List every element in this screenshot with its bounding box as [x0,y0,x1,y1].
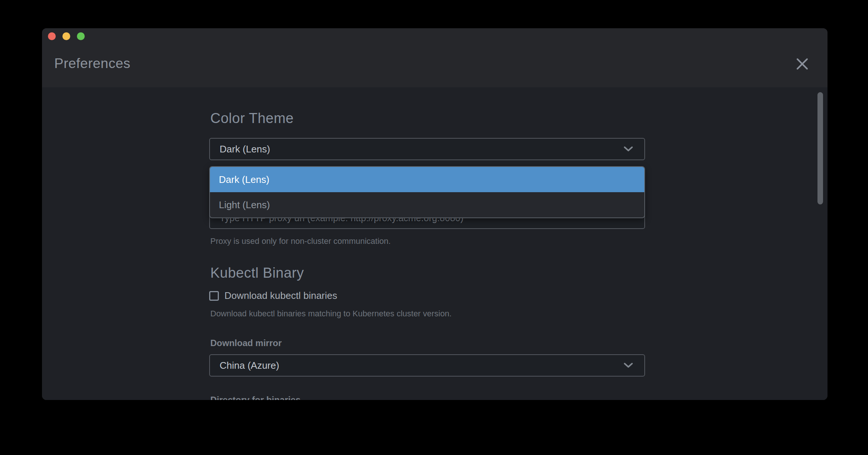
close-icon [796,57,809,71]
color-theme-select[interactable]: Dark (Lens) [209,138,645,160]
color-theme-select-value: Dark (Lens) [220,143,624,155]
theme-option-light[interactable]: Light (Lens) [210,192,644,217]
zoom-traffic-light[interactable] [77,32,85,40]
theme-option-dark[interactable]: Dark (Lens) [210,167,644,192]
chevron-down-icon [624,146,633,152]
proxy-caption: Proxy is used only for non-cluster commu… [210,236,391,246]
download-mirror-label: Download mirror [210,338,282,348]
color-theme-heading: Color Theme [210,110,294,126]
close-button[interactable] [795,57,810,71]
titlebar: Preferences [42,28,827,87]
kubectl-caption: Download kubectl binaries matching to Ku… [210,309,451,319]
download-kubectl-checkbox-row[interactable]: Download kubectl binaries [209,290,337,301]
kubectl-binary-heading: Kubectl Binary [210,265,304,281]
download-mirror-select[interactable]: China (Azure) [209,354,645,377]
download-kubectl-checkbox-label[interactable]: Download kubectl binaries [224,290,337,301]
preferences-content: Color Theme Dark (Lens) Dark (Lens) Ligh… [42,87,827,400]
directory-for-binaries-label: Directory for binaries [210,395,301,400]
chevron-down-icon [624,362,633,368]
close-traffic-light[interactable] [48,32,56,40]
page-title: Preferences [54,56,130,71]
preferences-window: Preferences Color Theme Dark (Lens) Dark… [42,28,827,400]
traffic-lights [48,32,85,40]
theme-dropdown-menu: Dark (Lens) Light (Lens) [209,166,645,218]
vertical-scrollbar-thumb[interactable] [817,92,823,204]
download-mirror-select-value: China (Azure) [220,360,624,371]
minimize-traffic-light[interactable] [62,32,70,40]
download-kubectl-checkbox[interactable] [209,291,219,301]
